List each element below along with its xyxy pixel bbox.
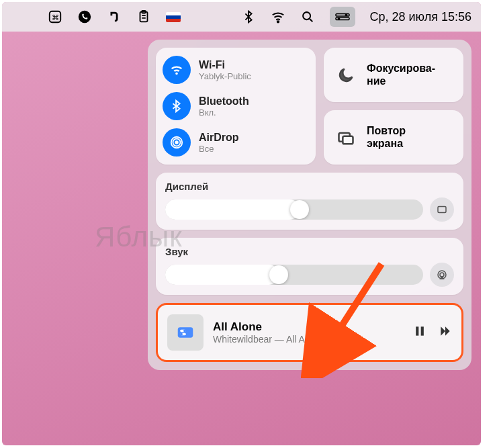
desktop: ⌘ Ср, 28 июля 15:56 Wi-Fi Yablyk-Public — [2, 2, 481, 445]
menubar: ⌘ Ср, 28 июля 15:56 — [2, 2, 481, 32]
bluetooth-title: Bluetooth — [199, 95, 249, 107]
pause-button[interactable] — [413, 324, 426, 341]
bluetooth-icon — [163, 92, 191, 120]
display-card: Дисплей — [156, 173, 463, 230]
control-center-icon[interactable] — [330, 7, 355, 27]
clipboard-icon[interactable] — [136, 9, 151, 24]
svg-point-8 — [345, 13, 347, 16]
focus-label: Фокусирова- ние — [367, 62, 435, 87]
keyboard-shortcuts-icon[interactable]: ⌘ — [48, 9, 62, 24]
bluetooth-toggle[interactable]: Bluetooth Вкл. — [163, 92, 309, 120]
connectivity-card: Wi-Fi Yablyk-Public Bluetooth Вкл. AirDr… — [156, 48, 316, 165]
wifi-icon — [163, 56, 191, 84]
svg-rect-25 — [416, 326, 418, 335]
svg-point-6 — [303, 12, 310, 19]
airplay-audio-button[interactable] — [430, 263, 454, 287]
evernote-icon[interactable] — [107, 9, 122, 24]
now-playing-subtitle: Whitewildbear — All Alone - Si… — [213, 334, 404, 345]
bluetooth-menubar-icon[interactable] — [241, 9, 256, 24]
wifi-title: Wi-Fi — [199, 59, 251, 71]
svg-rect-26 — [421, 326, 424, 335]
svg-point-10 — [337, 17, 340, 20]
svg-point-22 — [183, 329, 186, 332]
svg-point-24 — [180, 333, 183, 336]
display-title: Дисплей — [165, 181, 454, 192]
focus-card[interactable]: Фокусирова- ние — [324, 48, 463, 102]
display-slider[interactable] — [165, 199, 423, 220]
wifi-toggle[interactable]: Wi-Fi Yablyk-Public — [163, 56, 309, 84]
control-center-panel: Wi-Fi Yablyk-Public Bluetooth Вкл. AirDr… — [148, 40, 471, 370]
sound-title: Звук — [165, 246, 454, 257]
svg-text:⌘: ⌘ — [52, 13, 59, 21]
bluetooth-subtitle: Вкл. — [199, 107, 249, 118]
screen-mirror-label: Повтор экрана — [367, 125, 406, 150]
wifi-subtitle: Yablyk-Public — [199, 71, 251, 81]
svg-point-5 — [277, 21, 278, 22]
now-playing-card[interactable]: All Alone Whitewildbear — All Alone - Si… — [156, 303, 463, 362]
svg-point-11 — [175, 140, 179, 144]
airdrop-toggle[interactable]: AirDrop Все — [163, 128, 309, 156]
display-settings-button[interactable] — [430, 197, 454, 222]
now-playing-title: All Alone — [213, 320, 404, 334]
svg-point-2 — [79, 11, 91, 23]
screen-mirroring-card[interactable]: Повтор экрана — [324, 110, 463, 165]
watermark: Яблык — [95, 221, 183, 253]
sound-card: Звук — [156, 238, 463, 295]
sound-slider[interactable] — [165, 265, 423, 285]
svg-rect-20 — [178, 327, 193, 338]
svg-rect-15 — [343, 136, 353, 144]
viber-icon[interactable] — [77, 9, 92, 24]
airdrop-icon — [163, 128, 191, 156]
input-source-flag-icon[interactable] — [166, 12, 181, 22]
moon-icon — [333, 62, 359, 88]
spotlight-icon[interactable] — [300, 9, 315, 24]
airdrop-subtitle: Все — [199, 144, 239, 154]
screen-mirror-icon — [333, 125, 359, 150]
wifi-menubar-icon[interactable] — [271, 9, 285, 24]
next-track-button[interactable] — [439, 324, 452, 341]
airdrop-title: AirDrop — [199, 132, 239, 144]
album-art — [167, 314, 204, 351]
svg-rect-17 — [438, 207, 446, 213]
menubar-date-time[interactable]: Ср, 28 июля 15:56 — [370, 10, 472, 24]
